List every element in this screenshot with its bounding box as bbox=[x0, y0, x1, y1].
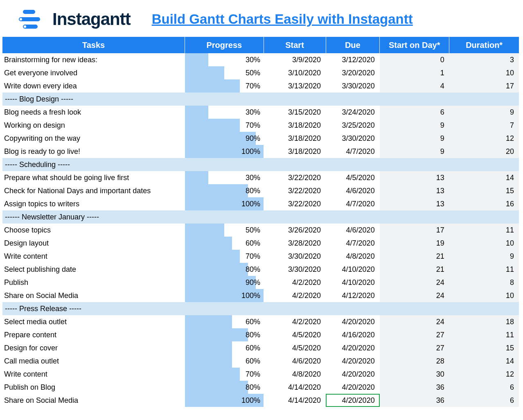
due-date-cell[interactable]: 4/20/2020 bbox=[326, 341, 380, 355]
start-on-day-cell[interactable]: 1 bbox=[380, 66, 449, 79]
task-name-cell[interactable]: Write down every idea bbox=[2, 79, 185, 93]
col-header-due[interactable]: Due bbox=[326, 37, 380, 53]
empty-cell[interactable] bbox=[264, 93, 326, 106]
duration-cell[interactable]: 8 bbox=[449, 276, 519, 289]
empty-cell[interactable] bbox=[449, 210, 519, 224]
task-name-cell[interactable]: Write content bbox=[2, 368, 185, 381]
progress-cell[interactable]: 70% bbox=[185, 79, 264, 93]
due-date-cell[interactable]: 3/24/2020 bbox=[326, 106, 380, 119]
duration-cell[interactable]: 18 bbox=[449, 315, 519, 328]
duration-cell[interactable]: 9 bbox=[449, 106, 519, 119]
empty-cell[interactable] bbox=[380, 93, 449, 106]
start-on-day-cell[interactable]: 13 bbox=[380, 197, 449, 210]
progress-cell[interactable]: 80% bbox=[185, 381, 264, 394]
start-date-cell[interactable]: 3/18/2020 bbox=[264, 119, 326, 132]
section-title-cell[interactable]: ------ Newsletter January ----- bbox=[2, 210, 185, 224]
progress-cell[interactable]: 90% bbox=[185, 132, 264, 145]
task-name-cell[interactable]: Select media outlet bbox=[2, 315, 185, 328]
empty-cell[interactable] bbox=[185, 158, 264, 171]
progress-cell[interactable]: 80% bbox=[185, 263, 264, 276]
progress-cell[interactable]: 100% bbox=[185, 145, 264, 158]
duration-cell[interactable]: 15 bbox=[449, 184, 519, 197]
progress-cell[interactable]: 50% bbox=[185, 66, 264, 79]
due-date-cell[interactable]: 3/20/2020 bbox=[326, 66, 380, 79]
progress-cell[interactable]: 60% bbox=[185, 341, 264, 355]
duration-cell[interactable]: 16 bbox=[449, 197, 519, 210]
start-on-day-cell[interactable]: 27 bbox=[380, 328, 449, 341]
empty-cell[interactable] bbox=[185, 93, 264, 106]
empty-cell[interactable] bbox=[326, 210, 380, 224]
progress-cell[interactable]: 70% bbox=[185, 119, 264, 132]
due-date-cell[interactable]: 4/20/2020 bbox=[326, 368, 380, 381]
task-name-cell[interactable]: Brainstorming for new ideas: bbox=[2, 53, 185, 66]
duration-cell[interactable]: 14 bbox=[449, 355, 519, 368]
due-date-cell[interactable]: 4/8/2020 bbox=[326, 250, 380, 263]
title-link[interactable]: Build Gantt Charts Easily with Instagant… bbox=[152, 11, 413, 27]
start-date-cell[interactable]: 4/5/2020 bbox=[264, 328, 326, 341]
task-name-cell[interactable]: Assign topics to writers bbox=[2, 197, 185, 210]
task-name-cell[interactable]: Publish on Blog bbox=[2, 381, 185, 394]
start-date-cell[interactable]: 4/2/2020 bbox=[264, 289, 326, 302]
duration-cell[interactable]: 6 bbox=[449, 394, 519, 407]
start-date-cell[interactable]: 3/18/2020 bbox=[264, 132, 326, 145]
start-on-day-cell[interactable]: 36 bbox=[380, 394, 449, 407]
col-header-startonday[interactable]: Start on Day* bbox=[380, 37, 449, 53]
task-name-cell[interactable]: Design layout bbox=[2, 237, 185, 250]
start-date-cell[interactable]: 3/18/2020 bbox=[264, 145, 326, 158]
start-on-day-cell[interactable]: 9 bbox=[380, 132, 449, 145]
section-title-cell[interactable]: ----- Press Release ----- bbox=[2, 302, 185, 315]
start-on-day-cell[interactable]: 24 bbox=[380, 289, 449, 302]
task-name-cell[interactable]: Check for National Days and important da… bbox=[2, 184, 185, 197]
empty-cell[interactable] bbox=[380, 302, 449, 315]
due-date-cell[interactable]: 4/20/2020 bbox=[326, 394, 380, 407]
progress-cell[interactable]: 100% bbox=[185, 394, 264, 407]
empty-cell[interactable] bbox=[449, 302, 519, 315]
task-name-cell[interactable]: Publish bbox=[2, 276, 185, 289]
empty-cell[interactable] bbox=[326, 158, 380, 171]
empty-cell[interactable] bbox=[185, 210, 264, 224]
empty-cell[interactable] bbox=[449, 158, 519, 171]
col-header-start[interactable]: Start bbox=[264, 37, 326, 53]
due-date-cell[interactable]: 4/10/2020 bbox=[326, 276, 380, 289]
empty-cell[interactable] bbox=[326, 302, 380, 315]
empty-cell[interactable] bbox=[185, 302, 264, 315]
start-on-day-cell[interactable]: 19 bbox=[380, 237, 449, 250]
section-title-cell[interactable]: ----- Blog Design ----- bbox=[2, 93, 185, 106]
progress-cell[interactable]: 60% bbox=[185, 237, 264, 250]
due-date-cell[interactable]: 3/30/2020 bbox=[326, 132, 380, 145]
start-on-day-cell[interactable]: 24 bbox=[380, 276, 449, 289]
start-on-day-cell[interactable]: 21 bbox=[380, 250, 449, 263]
progress-cell[interactable]: 90% bbox=[185, 276, 264, 289]
progress-cell[interactable]: 100% bbox=[185, 197, 264, 210]
duration-cell[interactable]: 10 bbox=[449, 289, 519, 302]
task-name-cell[interactable]: Choose topics bbox=[2, 224, 185, 237]
progress-cell[interactable]: 60% bbox=[185, 315, 264, 328]
start-on-day-cell[interactable]: 24 bbox=[380, 315, 449, 328]
duration-cell[interactable]: 20 bbox=[449, 145, 519, 158]
task-name-cell[interactable]: Working on design bbox=[2, 119, 185, 132]
start-date-cell[interactable]: 3/15/2020 bbox=[264, 106, 326, 119]
start-date-cell[interactable]: 4/5/2020 bbox=[264, 341, 326, 355]
duration-cell[interactable]: 6 bbox=[449, 381, 519, 394]
start-on-day-cell[interactable]: 27 bbox=[380, 341, 449, 355]
start-on-day-cell[interactable]: 21 bbox=[380, 263, 449, 276]
start-on-day-cell[interactable]: 9 bbox=[380, 119, 449, 132]
progress-cell[interactable]: 80% bbox=[185, 184, 264, 197]
start-on-day-cell[interactable]: 0 bbox=[380, 53, 449, 66]
col-header-progress[interactable]: Progress bbox=[185, 37, 264, 53]
due-date-cell[interactable]: 3/25/2020 bbox=[326, 119, 380, 132]
task-name-cell[interactable]: Share on Social Media bbox=[2, 289, 185, 302]
duration-cell[interactable]: 17 bbox=[449, 79, 519, 93]
task-name-cell[interactable]: Select publishing date bbox=[2, 263, 185, 276]
progress-cell[interactable]: 30% bbox=[185, 171, 264, 184]
start-date-cell[interactable]: 4/2/2020 bbox=[264, 276, 326, 289]
start-date-cell[interactable]: 4/6/2020 bbox=[264, 355, 326, 368]
start-on-day-cell[interactable]: 28 bbox=[380, 355, 449, 368]
task-name-cell[interactable]: Copywriting on the way bbox=[2, 132, 185, 145]
start-on-day-cell[interactable]: 36 bbox=[380, 381, 449, 394]
due-date-cell[interactable]: 4/20/2020 bbox=[326, 355, 380, 368]
due-date-cell[interactable]: 4/5/2020 bbox=[326, 171, 380, 184]
empty-cell[interactable] bbox=[380, 210, 449, 224]
progress-cell[interactable]: 50% bbox=[185, 224, 264, 237]
start-date-cell[interactable]: 3/13/2020 bbox=[264, 79, 326, 93]
